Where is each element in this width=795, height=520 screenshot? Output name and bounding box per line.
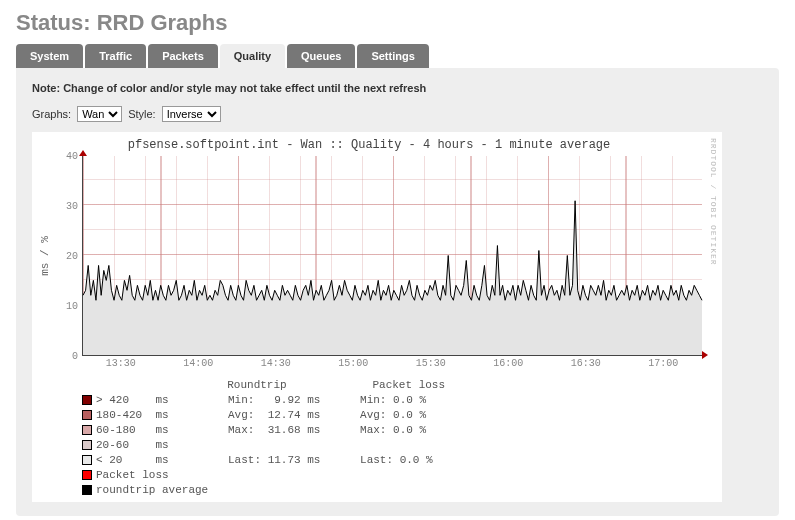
plot-area	[82, 156, 702, 356]
tab-settings[interactable]: Settings	[357, 44, 428, 68]
tab-queues[interactable]: Queues	[287, 44, 355, 68]
graphs-label: Graphs:	[32, 108, 71, 120]
graph-controls: Graphs: Wan Style: Inverse	[32, 106, 763, 122]
tab-system[interactable]: System	[16, 44, 83, 68]
graphs-select[interactable]: Wan	[77, 106, 122, 122]
style-select[interactable]: Inverse	[162, 106, 221, 122]
refresh-note: Note: Change of color and/or style may n…	[32, 82, 763, 94]
svg-marker-0	[83, 201, 702, 355]
y-axis-label: ms / %	[36, 156, 54, 356]
tab-quality[interactable]: Quality	[220, 44, 285, 68]
style-label: Style:	[128, 108, 156, 120]
tab-packets[interactable]: Packets	[148, 44, 218, 68]
chart-legend: Roundtrip Packet loss > 420 ms Min: 9.92…	[82, 378, 702, 498]
page-title: Status: RRD Graphs	[16, 10, 795, 36]
rrdtool-credit: RRDTOOL / TOBI OETIKER	[702, 136, 718, 498]
x-axis: 13:3014:0014:3015:0015:3016:0016:3017:00	[82, 356, 702, 372]
chart-title: pfsense.softpoint.int - Wan :: Quality -…	[36, 136, 702, 156]
y-axis: 010203040	[54, 156, 82, 356]
rrd-chart: pfsense.softpoint.int - Wan :: Quality -…	[32, 132, 722, 502]
content-panel: Note: Change of color and/or style may n…	[16, 68, 779, 516]
tab-traffic[interactable]: Traffic	[85, 44, 146, 68]
tab-bar: System Traffic Packets Quality Queues Se…	[16, 44, 795, 68]
axis-arrow-x-icon	[702, 351, 708, 359]
